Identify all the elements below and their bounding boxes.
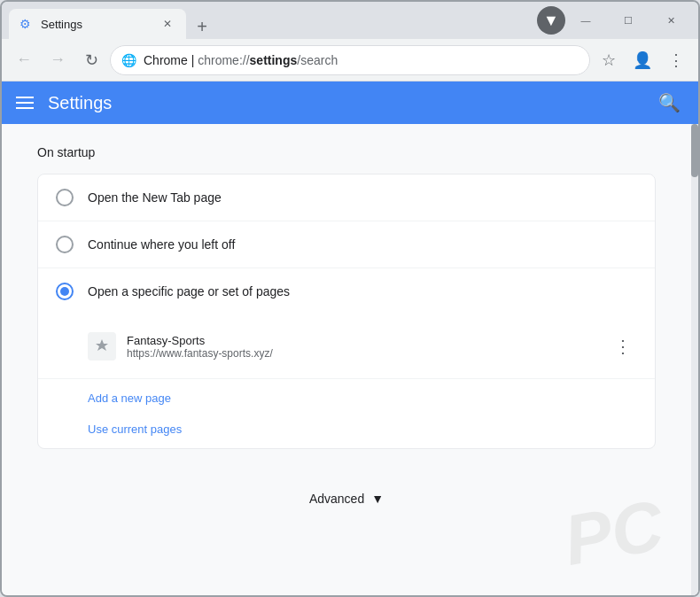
menu-button[interactable]: ⋮ [661,45,691,75]
radio-continue-label: Continue where you left off [88,237,235,252]
startup-options-card: Open the New Tab page Continue where you… [37,174,656,449]
forward-button[interactable]: → [43,45,73,75]
new-tab-button[interactable]: + [190,14,214,39]
address-favicon: 🌐 [121,53,136,67]
use-current-pages-link[interactable]: Use current pages [88,414,637,445]
address-url-prefix: chrome:// [198,53,249,67]
back-button[interactable]: ← [9,45,39,75]
advanced-section: Advanced ▼ [37,463,656,534]
advanced-button[interactable]: Advanced ▼ [295,485,398,513]
page-more-button[interactable]: ⋮ [609,332,637,361]
radio-specific[interactable] [56,283,74,300]
tabs-area: ⚙ Settings ✕ + [9,2,530,39]
forward-icon: → [50,50,66,69]
search-icon: 🔍 [658,92,681,113]
fantasy-sports-icon [93,337,111,355]
startup-page-item: Fantasy-Sports https://www.fantasy-sport… [88,325,637,368]
scrollbar-track[interactable] [691,124,698,595]
radio-new-tab[interactable] [56,189,74,206]
refresh-icon: ↻ [85,50,98,70]
advanced-label: Advanced [309,492,364,506]
minimize-button[interactable]: — [565,6,606,35]
radio-continue[interactable] [56,236,74,253]
startup-option-continue[interactable]: Continue where you left off [38,221,655,268]
address-url-bold: settings [250,53,298,67]
browser-window: ⚙ Settings ✕ + ▼ — ☐ ✕ ← → ↻ 🌐 [0,0,700,597]
maximize-button[interactable]: ☐ [608,6,649,35]
startup-option-specific[interactable]: Open a specific page or set of pages [38,268,655,314]
add-new-page-link[interactable]: Add a new page [88,383,637,414]
address-text: Chrome | chrome://settings/search [144,53,579,67]
action-links: Add a new page Use current pages [38,379,655,448]
bookmark-button[interactable]: ☆ [594,45,624,75]
tab-title: Settings [41,18,152,31]
startup-option-new-tab[interactable]: Open the New Tab page [38,174,655,221]
settings-header: Settings 🔍 [2,81,698,124]
advanced-arrow-icon: ▼ [371,492,384,506]
address-bar[interactable]: 🌐 Chrome | chrome://settings/search [110,45,590,75]
title-bar: ⚙ Settings ✕ + ▼ — ☐ ✕ [2,2,698,39]
refresh-button[interactable]: ↻ [76,45,106,75]
tab-favicon: ⚙ [19,17,34,31]
page-favicon [88,332,116,361]
settings-content: On startup Open the New Tab page Continu… [2,124,698,595]
startup-pages-section: Fantasy-Sports https://www.fantasy-sport… [38,314,655,379]
more-icon: ⋮ [614,336,632,357]
hamburger-menu-button[interactable] [16,97,34,109]
page-info: Fantasy-Sports https://www.fantasy-sport… [127,334,598,360]
address-chrome: Chrome [144,53,188,67]
tab-close-button[interactable]: ✕ [159,16,175,32]
radio-new-tab-label: Open the New Tab page [88,190,222,205]
settings-title: Settings [48,93,640,113]
page-name: Fantasy-Sports [127,334,598,347]
address-url-suffix: /search [297,53,338,67]
profile-icon: 👤 [633,50,652,70]
back-icon: ← [16,50,32,69]
navigation-bar: ← → ↻ 🌐 Chrome | chrome://settings/searc… [2,39,698,81]
settings-main: On startup Open the New Tab page Continu… [2,124,691,595]
section-title-startup: On startup [37,145,656,159]
active-tab[interactable]: ⚙ Settings ✕ [9,9,186,39]
menu-icon: ⋮ [668,50,684,70]
settings-search-button[interactable]: 🔍 [654,88,684,118]
scrollbar-thumb[interactable] [691,124,698,177]
radio-specific-label: Open a specific page or set of pages [88,284,290,298]
window-controls: — ☐ ✕ [565,6,691,35]
page-url: https://www.fantasy-sports.xyz/ [127,347,598,360]
profile-icon-titlebar[interactable]: ▼ [537,6,565,35]
profile-button[interactable]: 👤 [627,45,657,75]
close-button[interactable]: ✕ [650,6,691,35]
star-icon: ☆ [602,50,616,70]
